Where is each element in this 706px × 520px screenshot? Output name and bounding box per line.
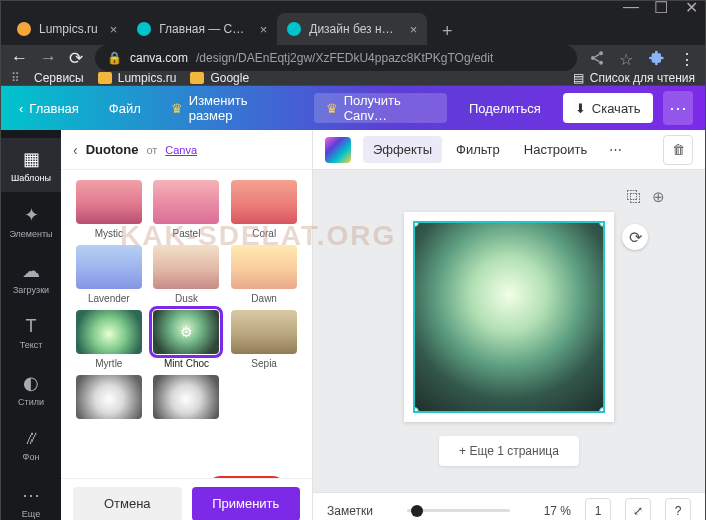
more-button[interactable]: ⋯ — [663, 91, 693, 125]
browser-tab[interactable]: Главная — Canva× — [127, 13, 277, 45]
get-canva-button[interactable]: ♛Получить Canv… — [314, 93, 447, 123]
home-button[interactable]: ‹Главная — [13, 97, 85, 120]
swatch-Mystic[interactable]: Mystic — [75, 180, 143, 239]
browser-tab[interactable]: Дизайн без названия — 1481× — [277, 13, 427, 45]
apps-icon[interactable]: ⠿ — [11, 71, 20, 85]
swatch-Lavender[interactable]: Lavender — [75, 245, 143, 304]
delete-button[interactable]: 🗑 — [663, 135, 693, 165]
rail-icon: T — [26, 316, 37, 337]
swatch-Coral[interactable]: Coral — [230, 180, 298, 239]
swatch-preview — [153, 375, 219, 419]
tab-title: Дизайн без названия — 1481 — [309, 22, 397, 36]
reading-list[interactable]: ▤ Список для чтения — [573, 71, 695, 85]
rail-Еще[interactable]: ⋯Еще — [1, 474, 61, 520]
favicon — [17, 22, 31, 36]
swatch-label: Lavender — [88, 293, 130, 304]
rail-label: Элементы — [9, 229, 52, 239]
apps-label[interactable]: Сервисы — [34, 71, 84, 85]
close-icon[interactable]: × — [410, 22, 418, 37]
author-link[interactable]: Canva — [165, 144, 197, 156]
swatch-11[interactable] — [230, 375, 298, 423]
svg-point-1 — [591, 56, 595, 60]
duplicate-page-icon[interactable]: ⿻ — [627, 188, 642, 206]
rail-Элементы[interactable]: ✦Элементы — [1, 194, 61, 248]
swatch-Mint Choc[interactable]: ⚙Mint Choc — [153, 310, 221, 369]
new-tab-button[interactable]: + — [433, 17, 461, 45]
menu-icon[interactable]: ⋮ — [679, 50, 695, 66]
zoom-thumb[interactable] — [411, 505, 423, 517]
resize-button[interactable]: ♛Изменить размер — [165, 89, 296, 127]
rail-label: Фон — [23, 452, 40, 462]
rail-Загрузки[interactable]: ☁Загрузки — [1, 250, 61, 304]
resize-handle-tr[interactable] — [599, 221, 605, 227]
notes-toggle[interactable]: Заметки — [327, 504, 373, 518]
swatch-preview — [231, 375, 297, 419]
rail-Шаблоны[interactable]: ▦Шаблоны — [1, 138, 61, 192]
share-icon[interactable] — [589, 50, 605, 66]
zoom-slider[interactable] — [407, 509, 510, 512]
apply-button[interactable]: Применить — [192, 487, 301, 521]
bookmark-lumpics[interactable]: Lumpics.ru — [98, 71, 177, 85]
window-close[interactable]: ✕ — [685, 1, 697, 13]
address-bar[interactable]: 🔒 canva.com/design/DAEnEqtj2gw/XzFEDkU4p… — [95, 45, 577, 71]
swatch-9[interactable] — [75, 375, 143, 423]
window-maximize[interactable]: ☐ — [655, 1, 667, 13]
nav-forward[interactable]: → — [40, 48, 57, 68]
rail-icon: ☁ — [22, 260, 40, 282]
rail-Стили[interactable]: ◐Стили — [1, 362, 61, 416]
swatch-label: Dusk — [175, 293, 198, 304]
favicon — [137, 22, 151, 36]
close-icon[interactable]: × — [260, 22, 268, 37]
tab-title: Главная — Canva — [159, 22, 247, 36]
resize-handle-br[interactable] — [599, 407, 605, 413]
swatch-Dusk[interactable]: Dusk — [153, 245, 221, 304]
panel-back[interactable]: ‹ — [73, 142, 78, 158]
svg-point-2 — [599, 61, 603, 65]
color-picker[interactable] — [325, 137, 351, 163]
swatch-Pastel[interactable]: Pastel — [153, 180, 221, 239]
add-page-icon[interactable]: ⊕ — [652, 188, 665, 206]
adjust-tab[interactable]: Настроить — [514, 136, 598, 163]
add-page-button[interactable]: + Еще 1 страница — [439, 436, 579, 466]
download-icon: ⬇ — [575, 101, 586, 116]
swatch-Myrtle[interactable]: Myrtle — [75, 310, 143, 369]
download-button[interactable]: ⬇Скачать — [563, 93, 653, 123]
swatch-Sepia[interactable]: Sepia — [230, 310, 298, 369]
rail-label: Шаблоны — [11, 173, 51, 183]
resize-handle-tl[interactable] — [413, 221, 419, 227]
effects-tab[interactable]: Эффекты — [363, 136, 442, 163]
context-more[interactable]: ⋯ — [609, 142, 624, 157]
rail-Фон[interactable]: ⫽Фон — [1, 418, 61, 472]
zoom-value[interactable]: 17 % — [544, 504, 571, 518]
bookmark-google[interactable]: Google — [190, 71, 249, 85]
canvas-page[interactable]: ⟳ — [404, 212, 614, 422]
browser-tab[interactable]: Lumpics.ru× — [7, 13, 127, 45]
help-button[interactable]: ? — [665, 498, 691, 521]
file-menu[interactable]: Файл — [103, 97, 147, 120]
rail-icon: ✦ — [24, 204, 39, 226]
swatch-label: Mystic — [95, 228, 123, 239]
extension-icon[interactable] — [649, 50, 665, 66]
close-icon[interactable]: × — [110, 22, 118, 37]
swatch-label: Pastel — [173, 228, 201, 239]
share-button[interactable]: Поделиться — [457, 93, 553, 123]
window-minimize[interactable]: — — [625, 1, 637, 13]
nav-back[interactable]: ← — [11, 48, 28, 68]
cancel-button[interactable]: Отмена — [73, 487, 182, 521]
star-icon[interactable]: ☆ — [619, 50, 635, 66]
filter-tab[interactable]: Фильтр — [446, 136, 510, 163]
url-path: /design/DAEnEqtj2gw/XzFEDkU4ppazc8KtPKgT… — [196, 51, 493, 65]
swatch-preview — [76, 375, 142, 419]
adjust-icon: ⚙ — [180, 324, 193, 340]
fullscreen-button[interactable]: ⤢ — [625, 498, 651, 521]
rail-icon: ⫽ — [22, 428, 40, 449]
resize-handle-bl[interactable] — [413, 407, 419, 413]
rail-Текст[interactable]: TТекст — [1, 306, 61, 360]
pages-button[interactable]: 1 — [585, 498, 611, 521]
swatch-10[interactable] — [153, 375, 221, 423]
lock-icon: 🔒 — [107, 51, 122, 65]
swatch-Dawn[interactable]: Dawn — [230, 245, 298, 304]
nav-reload[interactable]: ⟳ — [69, 48, 83, 69]
rotate-handle[interactable]: ⟳ — [622, 224, 648, 250]
selected-image[interactable] — [413, 221, 605, 413]
